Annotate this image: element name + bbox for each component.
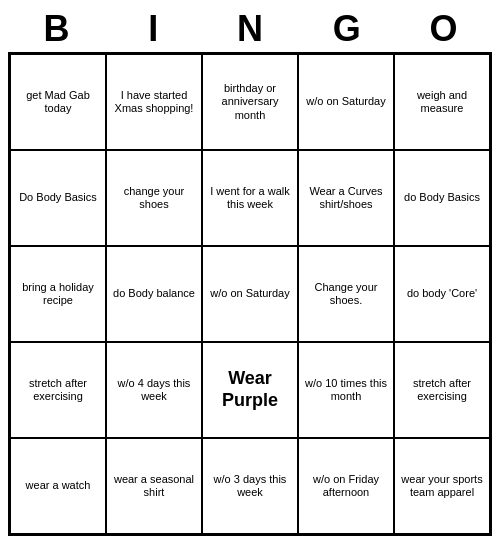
bingo-cell-17: Wear Purple — [202, 342, 298, 438]
bingo-cell-9: do Body Basics — [394, 150, 490, 246]
bingo-cell-4: weigh and measure — [394, 54, 490, 150]
letter-o: O — [400, 8, 488, 50]
letter-g: G — [303, 8, 391, 50]
bingo-grid: get Mad Gab todayI have started Xmas sho… — [8, 52, 492, 536]
bingo-cell-14: do body 'Core' — [394, 246, 490, 342]
bingo-cell-21: wear a seasonal shirt — [106, 438, 202, 534]
bingo-cell-18: w/o 10 times this month — [298, 342, 394, 438]
letter-i: I — [109, 8, 197, 50]
bingo-cell-15: stretch after exercising — [10, 342, 106, 438]
bingo-cell-2: birthday or anniversary month — [202, 54, 298, 150]
bingo-cell-22: w/o 3 days this week — [202, 438, 298, 534]
bingo-cell-5: Do Body Basics — [10, 150, 106, 246]
bingo-cell-1: I have started Xmas shopping! — [106, 54, 202, 150]
bingo-cell-19: stretch after exercising — [394, 342, 490, 438]
bingo-cell-8: Wear a Curves shirt/shoes — [298, 150, 394, 246]
bingo-cell-10: bring a holiday recipe — [10, 246, 106, 342]
bingo-cell-11: do Body balance — [106, 246, 202, 342]
bingo-cell-23: w/o on Friday afternoon — [298, 438, 394, 534]
letter-b: B — [12, 8, 100, 50]
bingo-cell-7: I went for a walk this week — [202, 150, 298, 246]
bingo-cell-20: wear a watch — [10, 438, 106, 534]
bingo-cell-24: wear your sports team apparel — [394, 438, 490, 534]
bingo-cell-6: change your shoes — [106, 150, 202, 246]
bingo-cell-13: Change your shoes. — [298, 246, 394, 342]
bingo-cell-12: w/o on Saturday — [202, 246, 298, 342]
bingo-cell-3: w/o on Saturday — [298, 54, 394, 150]
bingo-cell-0: get Mad Gab today — [10, 54, 106, 150]
bingo-cell-16: w/o 4 days this week — [106, 342, 202, 438]
bingo-title: B I N G O — [8, 8, 492, 50]
letter-n: N — [206, 8, 294, 50]
